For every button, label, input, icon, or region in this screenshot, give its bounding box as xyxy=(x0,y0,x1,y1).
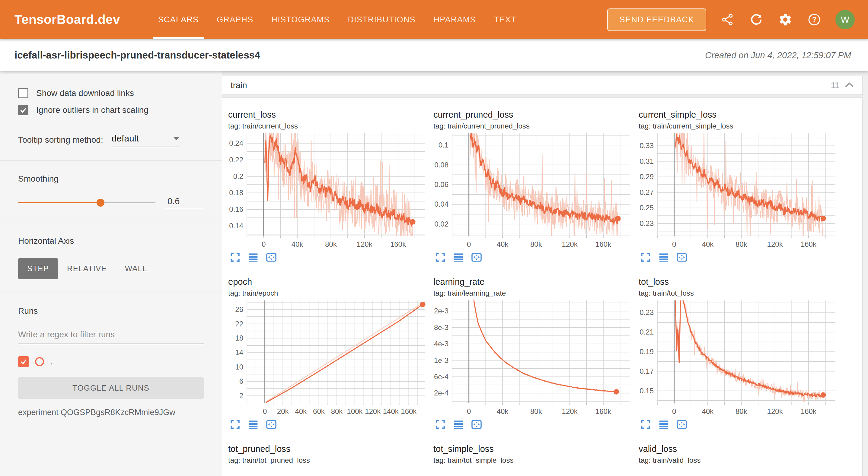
svg-text:160k: 160k xyxy=(595,407,612,415)
runs-filter-input[interactable] xyxy=(18,328,204,344)
chart-toolbar xyxy=(639,252,838,263)
axis-option-wall[interactable]: WALL xyxy=(116,258,156,279)
slider-fill xyxy=(18,202,100,203)
fit-domain-icon[interactable] xyxy=(676,252,687,263)
data-table-icon[interactable] xyxy=(247,252,259,263)
svg-text:0.14: 0.14 xyxy=(229,222,243,230)
slider-thumb[interactable] xyxy=(97,199,104,207)
fit-domain-icon[interactable] xyxy=(676,419,687,430)
chart-plot-tot_loss[interactable]: 0.230.210.190.170.15040k80k120k160k xyxy=(639,298,838,416)
svg-text:80k: 80k xyxy=(736,240,748,248)
svg-text:2: 2 xyxy=(239,391,243,400)
svg-text:160k: 160k xyxy=(595,240,612,248)
show-download-links-checkbox[interactable]: Show data download links xyxy=(18,88,204,98)
svg-text:0: 0 xyxy=(467,407,471,415)
share-icon[interactable] xyxy=(719,12,735,27)
svg-text:0.16: 0.16 xyxy=(229,205,243,213)
experiment-title-bar: icefall-asr-librispeech-pruned-transduce… xyxy=(0,39,868,71)
help-icon[interactable]: ? xyxy=(806,12,822,27)
svg-text:2.2e-3: 2.2e-3 xyxy=(433,307,448,315)
chart-card-tot_simple_loss: tot_simple_losstag: train/tot_simple_los… xyxy=(433,444,632,465)
tab-scalars[interactable]: SCALARS xyxy=(149,0,208,39)
svg-text:6e-4: 6e-4 xyxy=(434,373,448,381)
chart-toolbar xyxy=(228,419,427,430)
svg-text:0.1: 0.1 xyxy=(438,141,448,149)
chart-card-valid_loss: valid_losstag: train/valid_loss xyxy=(639,444,838,465)
smoothing-value[interactable]: 0.6 xyxy=(164,196,204,209)
fit-domain-icon[interactable] xyxy=(266,419,277,430)
svg-text:0: 0 xyxy=(672,240,676,248)
fullscreen-icon[interactable] xyxy=(640,252,651,263)
fullscreen-icon[interactable] xyxy=(229,419,241,430)
chart-card-current_simple_loss: current_simple_losstag: train/current_si… xyxy=(639,110,838,263)
send-feedback-button[interactable]: SEND FEEDBACK xyxy=(607,8,706,31)
scrollbar-gutter[interactable] xyxy=(863,76,868,476)
chart-plot-current_pruned_loss[interactable]: 0.10.080.060.040.02040k80k120k160k xyxy=(433,131,632,249)
run-list-item: . xyxy=(18,356,204,367)
svg-text:6: 6 xyxy=(239,377,243,385)
data-table-icon[interactable] xyxy=(247,419,259,430)
data-table-icon[interactable] xyxy=(658,419,670,430)
settings-sidebar: Show data download links Ignore outliers… xyxy=(0,71,222,476)
tooltip-sorting-dropdown[interactable]: default xyxy=(111,132,181,147)
svg-text:160k: 160k xyxy=(401,407,417,415)
data-table-icon[interactable] xyxy=(453,252,464,263)
refresh-icon[interactable] xyxy=(748,12,764,27)
chart-title: current_loss xyxy=(228,110,427,120)
chart-title: tot_loss xyxy=(639,277,838,287)
toggle-all-runs-button[interactable]: TOGGLE ALL RUNS xyxy=(18,377,204,399)
smoothing-slider[interactable] xyxy=(18,202,155,203)
svg-text:?: ? xyxy=(812,15,817,24)
svg-text:0.31: 0.31 xyxy=(640,157,654,165)
experiment-created-date: Created on Jun 4, 2022, 12:59:07 PM xyxy=(705,51,851,60)
svg-text:120k: 120k xyxy=(365,407,381,415)
train-charts-card: current_losstag: train/current_loss0.240… xyxy=(222,97,863,476)
svg-text:0.22: 0.22 xyxy=(229,156,243,164)
run-checkbox-checked-icon[interactable] xyxy=(18,356,29,367)
data-table-icon[interactable] xyxy=(453,419,464,430)
settings-icon[interactable] xyxy=(777,12,793,27)
svg-text:0.29: 0.29 xyxy=(640,172,654,181)
fullscreen-icon[interactable] xyxy=(229,252,241,263)
svg-text:0: 0 xyxy=(262,240,266,248)
fit-domain-icon[interactable] xyxy=(471,419,482,430)
axis-option-relative[interactable]: RELATIVE xyxy=(58,258,116,279)
fit-domain-icon[interactable] xyxy=(471,252,482,263)
chart-toolbar xyxy=(228,252,427,263)
svg-text:0.2: 0.2 xyxy=(233,172,243,180)
fullscreen-icon[interactable] xyxy=(435,252,446,263)
axis-option-step[interactable]: STEP xyxy=(18,258,58,279)
tab-text[interactable]: TEXT xyxy=(485,0,525,39)
chart-plot-learning_rate[interactable]: 2.2e-31.8e-31.4e-31e-36e-42e-4040k80k120… xyxy=(433,298,632,416)
svg-text:40k: 40k xyxy=(497,240,509,248)
fullscreen-icon[interactable] xyxy=(640,419,651,430)
svg-text:80k: 80k xyxy=(331,407,343,415)
chart-plot-epoch[interactable]: 261014182226020k40k60k80k100k120k140k160… xyxy=(228,298,427,416)
checkbox-checked-icon xyxy=(18,105,28,115)
tab-hparams[interactable]: HPARAMS xyxy=(425,0,485,39)
fit-domain-icon[interactable] xyxy=(266,252,277,263)
chart-plot-current_simple_loss[interactable]: 0.330.310.290.270.250.23040k80k120k160k xyxy=(639,131,838,249)
tooltip-sorting-label: Tooltip sorting method: xyxy=(18,135,103,147)
tab-distributions[interactable]: DISTRIBUTIONS xyxy=(339,0,425,39)
tab-graphs[interactable]: GRAPHS xyxy=(208,0,262,39)
chart-title: current_simple_loss xyxy=(639,110,838,120)
chart-title: epoch xyxy=(228,277,427,287)
ignore-outliers-checkbox[interactable]: Ignore outliers in chart scaling xyxy=(18,105,204,115)
svg-text:0.25: 0.25 xyxy=(640,203,654,212)
data-table-icon[interactable] xyxy=(658,252,670,263)
app-logo: TensorBoard.dev xyxy=(14,12,120,27)
fullscreen-icon[interactable] xyxy=(435,419,446,430)
chart-plot-current_loss[interactable]: 0.240.220.20.180.160.14040k80k120k160k xyxy=(228,131,427,249)
tab-histograms[interactable]: HISTOGRAMS xyxy=(262,0,339,39)
avatar[interactable]: W xyxy=(835,10,855,29)
chart-title: tot_simple_loss xyxy=(433,444,632,454)
svg-text:14: 14 xyxy=(235,348,243,356)
svg-text:26: 26 xyxy=(235,305,243,313)
svg-text:140k: 140k xyxy=(383,407,399,415)
chart-tag: tag: train/tot_simple_loss xyxy=(433,456,632,465)
chevron-up-icon[interactable] xyxy=(845,82,854,89)
run-color-swatch[interactable] xyxy=(35,357,44,366)
train-section-header[interactable]: train 11 xyxy=(222,76,863,95)
svg-text:0.21: 0.21 xyxy=(640,328,654,336)
